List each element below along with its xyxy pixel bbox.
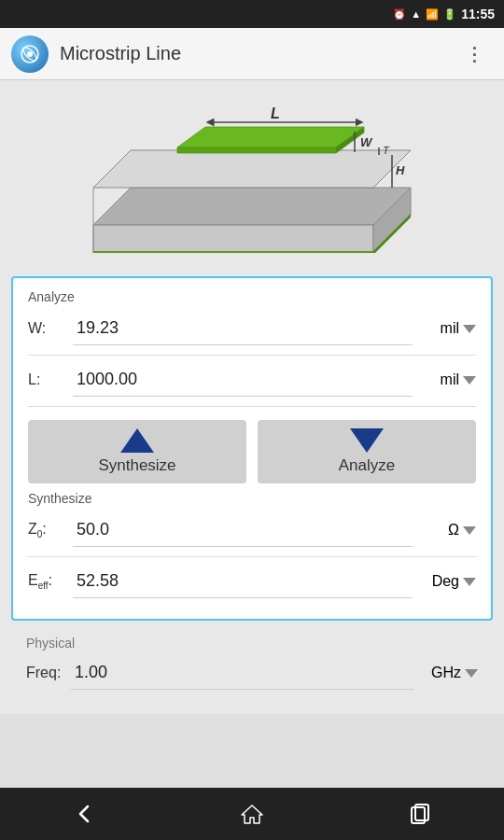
physical-section-label: Physical <box>26 636 478 651</box>
w-unit-cell: mil <box>420 320 476 337</box>
synthesize-button-label: Synthesize <box>98 456 175 475</box>
z0-field-row: Z0: Ω <box>28 513 476 547</box>
svg-text:W: W <box>360 135 373 149</box>
freq-unit-arrow[interactable] <box>465 669 478 678</box>
svg-marker-10 <box>177 127 364 147</box>
wifi-icon: ▲ <box>411 8 421 20</box>
z0-unit-arrow[interactable] <box>463 526 476 535</box>
divider-2 <box>28 406 476 407</box>
svg-marker-3 <box>93 188 411 225</box>
svg-marker-8 <box>93 251 373 253</box>
l-field-row: L: mil <box>28 363 476 397</box>
w-unit-arrow[interactable] <box>463 325 476 333</box>
analyze-triangle-icon <box>350 428 384 453</box>
z0-input[interactable] <box>73 513 413 547</box>
analyze-section-label: Analyze <box>28 289 476 304</box>
microstrip-diagram: L W T H <box>65 94 439 253</box>
z0-unit: Ω <box>448 522 459 539</box>
analyze-button-label: Analyze <box>339 456 395 475</box>
freq-unit-cell: GHz <box>422 665 478 681</box>
home-button[interactable] <box>224 795 280 833</box>
svg-text:L: L <box>271 105 280 121</box>
w-unit: mil <box>441 320 459 337</box>
diagram-area: L W T H <box>0 80 504 267</box>
physical-section: Physical Freq: GHz <box>11 630 493 705</box>
bottom-nav <box>0 788 504 840</box>
l-unit-cell: mil <box>420 371 476 388</box>
w-field-row: W: mil <box>28 312 476 345</box>
z0-unit-cell: Ω <box>420 522 476 539</box>
battery-icon: 🔋 <box>443 8 456 21</box>
svg-marker-11 <box>177 147 336 153</box>
recents-button[interactable] <box>392 795 448 833</box>
signal-icon: 📶 <box>426 8 439 21</box>
divider-1 <box>28 355 476 356</box>
svg-marker-4 <box>93 225 373 253</box>
eeff-field-row: Eeff: Deg <box>28 565 476 598</box>
eeff-unit: Deg <box>432 573 459 590</box>
status-icons: ⏰ ▲ 📶 🔋 11:55 <box>393 7 495 21</box>
overflow-menu-icon[interactable]: ⋮ <box>457 39 493 69</box>
l-label: L: <box>28 371 65 388</box>
app-logo <box>11 35 49 73</box>
recents-icon <box>407 801 433 827</box>
l-unit: mil <box>441 371 459 388</box>
freq-unit: GHz <box>431 665 461 681</box>
w-input[interactable] <box>73 312 413 345</box>
eeff-input[interactable] <box>73 565 413 598</box>
eeff-label: Eeff: <box>28 572 65 591</box>
l-input[interactable] <box>73 363 413 397</box>
synthesize-triangle-icon <box>120 428 154 453</box>
app-logo-svg <box>19 43 41 65</box>
back-button[interactable] <box>56 795 112 833</box>
status-time: 11:55 <box>461 7 495 21</box>
analyze-synthesize-card: Analyze W: mil L: mil Synthesize <box>11 276 493 621</box>
l-unit-arrow[interactable] <box>463 376 476 385</box>
app-bar: Microstrip Line ⋮ <box>0 28 504 80</box>
eeff-unit-arrow[interactable] <box>463 578 476 586</box>
svg-text:H: H <box>396 163 405 177</box>
freq-label: Freq: <box>26 665 63 681</box>
synthesize-section-label: Synthesize <box>28 491 476 506</box>
svg-marker-6 <box>93 150 411 188</box>
freq-input[interactable] <box>71 656 414 690</box>
alarm-icon: ⏰ <box>393 8 406 21</box>
eeff-unit-cell: Deg <box>420 573 476 590</box>
w-label: W: <box>28 320 65 337</box>
app-title: Microstrip Line <box>60 43 457 64</box>
back-icon <box>71 801 97 827</box>
svg-point-1 <box>27 51 33 57</box>
divider-3 <box>28 556 476 557</box>
analyze-button[interactable]: Analyze <box>258 420 476 483</box>
button-row: Synthesize Analyze <box>28 420 476 483</box>
svg-marker-21 <box>242 805 262 823</box>
synthesize-button[interactable]: Synthesize <box>28 420 246 483</box>
freq-field-row: Freq: GHz <box>26 656 478 690</box>
home-icon <box>239 801 265 827</box>
z0-label: Z0: <box>28 521 65 539</box>
main-content: Analyze W: mil L: mil Synthesize <box>0 267 504 714</box>
status-bar: ⏰ ▲ 📶 🔋 11:55 <box>0 0 504 28</box>
